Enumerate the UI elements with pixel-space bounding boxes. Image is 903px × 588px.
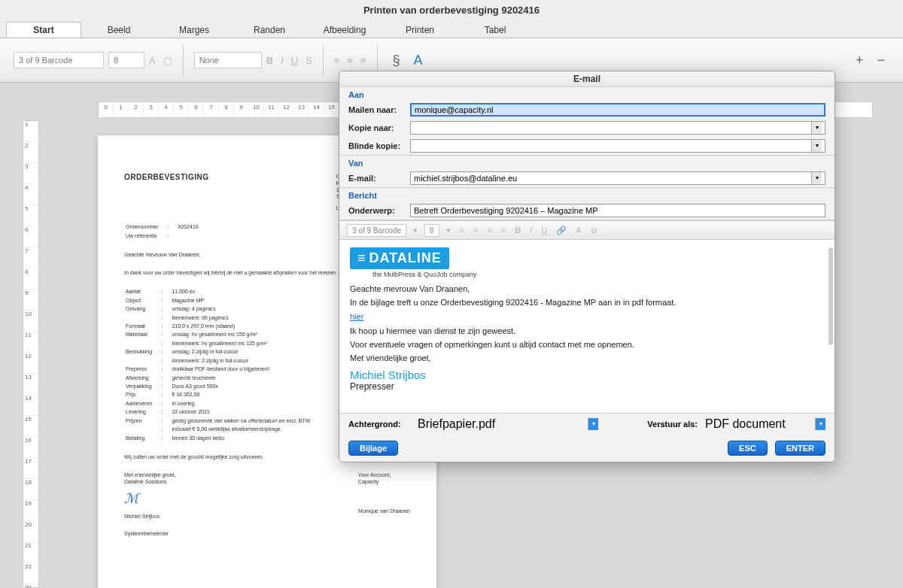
sign-greet: Met vriendelijke groet,: [124, 471, 175, 478]
body-line2: Ik hoop u hiermee van dienst te zijn gew…: [350, 326, 824, 335]
textcolor-icon[interactable]: A: [573, 226, 583, 235]
scrollbar[interactable]: [829, 247, 833, 345]
align-right-icon[interactable]: ≡: [360, 55, 366, 66]
editor-body[interactable]: DATALINE the MultiPress & QuoJob company…: [339, 240, 835, 413]
chevron-down-icon[interactable]: ▾: [588, 418, 598, 430]
tab-printen[interactable]: Printen: [382, 22, 458, 38]
email-dialog: E-mail Aan Mailen naar: Kopie naar: ▾ Bl…: [339, 71, 835, 462]
dataline-logo: DATALINE: [350, 247, 449, 269]
signer-role: Systeembeheerder: [124, 530, 175, 537]
strike-icon[interactable]: S: [306, 55, 312, 66]
background-value: Briefpapier.pdf: [418, 417, 495, 431]
background-label: Achtergrond:: [348, 420, 410, 429]
enter-button[interactable]: ENTER: [775, 441, 825, 456]
subject-input[interactable]: [410, 204, 825, 217]
dialog-title: E-mail: [339, 71, 835, 87]
ordernr-value: 9202416: [178, 223, 206, 230]
ribbon-tabs: Start Beeld Marges Randen Afbeelding Pri…: [0, 21, 903, 38]
font-dropdown[interactable]: 3 of 9 Barcode: [14, 52, 104, 68]
vertical-ruler: 1234567891011121314151617181920212223242…: [23, 120, 39, 588]
logo-tagline: the MultiPress & QuoJob company: [372, 271, 824, 278]
body-line1: In de bijlage treft u onze Orderbevestig…: [350, 298, 824, 307]
italic-icon[interactable]: I: [528, 226, 534, 235]
subject-label: Onderwerp:: [348, 206, 410, 215]
from-input[interactable]: michiel.strijbos@dataline.eu▾: [410, 171, 825, 185]
cc-input[interactable]: ▾: [410, 121, 825, 135]
chevron-down-icon[interactable]: ▾: [444, 226, 453, 235]
sendas-label: Verstuur als:: [647, 420, 698, 429]
sign-r2: Capacity: [358, 478, 410, 485]
italic-icon[interactable]: I: [281, 55, 284, 66]
to-input[interactable]: [410, 103, 825, 117]
tab-randen[interactable]: Randen: [232, 22, 307, 38]
link-icon[interactable]: 🔗: [554, 226, 569, 235]
window-title: Printen van orderbevestiging 9202416: [0, 0, 903, 21]
signature-name: Michiel Strijbos: [350, 368, 824, 381]
body-line4: Met vriendelijke groet,: [350, 353, 824, 362]
fontsize-dropdown[interactable]: 8: [108, 52, 144, 68]
tab-start[interactable]: Start: [6, 22, 81, 38]
doc-spec-table: Aantal:11.000 exObject:Magazine MPOmvang…: [124, 286, 319, 443]
clear-format-icon[interactable]: ⊘: [588, 226, 600, 235]
tab-beeld[interactable]: Beeld: [81, 22, 157, 38]
editor-toolbar: 3 of 9 Barcode ▾ 8 ▾ ≡ ≡ ≡ ≡ B I U 🔗 A ⊘: [339, 220, 835, 240]
background-dropdown[interactable]: Briefpapier.pdf▾: [418, 417, 598, 431]
ordernr-label: Ordernummer: [126, 223, 166, 230]
esc-button[interactable]: ESC: [728, 441, 768, 456]
section-to: Aan: [339, 87, 835, 101]
section-from: Van: [339, 156, 835, 169]
zoom-in-icon[interactable]: +: [856, 53, 864, 68]
attach-button[interactable]: Bijlage: [348, 441, 398, 456]
signer-r: Monique van Draanen: [358, 508, 410, 514]
from-value: michiel.strijbos@dataline.eu: [414, 174, 517, 183]
bcc-input[interactable]: ▾: [410, 139, 825, 153]
align-right-icon[interactable]: ≡: [485, 226, 494, 235]
sendas-dropdown[interactable]: PDF document▾: [705, 417, 825, 431]
bold-icon[interactable]: B: [512, 226, 523, 235]
chevron-down-icon[interactable]: ▾: [815, 418, 825, 430]
sign-r1: Voor Accoord,: [358, 471, 410, 478]
bcc-label: Blinde kopie:: [348, 141, 410, 150]
chevron-down-icon[interactable]: ▾: [411, 226, 420, 235]
ref-value: :: [168, 232, 177, 239]
fontcolor-icon[interactable]: A: [149, 55, 156, 66]
align-justify-icon[interactable]: ≡: [499, 226, 508, 235]
sendas-value: PDF document: [705, 417, 786, 431]
chevron-down-icon[interactable]: ▾: [811, 172, 822, 184]
tab-tabel[interactable]: Tabel: [458, 22, 533, 38]
chevron-down-icon[interactable]: ▾: [811, 140, 822, 152]
section-message: Bericht: [339, 188, 835, 202]
align-center-icon[interactable]: ≡: [471, 226, 480, 235]
doc-title: ORDERBEVESTIGING: [124, 173, 208, 211]
align-center-icon[interactable]: ≡: [347, 55, 353, 66]
ed-size-dropdown[interactable]: 8: [424, 224, 439, 237]
liststyle-dropdown[interactable]: None: [194, 52, 262, 68]
tab-afbeelding[interactable]: Afbeelding: [307, 22, 382, 38]
body-link[interactable]: hier: [350, 312, 363, 321]
sign-company: Dataline Solutions: [124, 478, 175, 485]
bold-icon[interactable]: B: [266, 55, 273, 66]
ed-font-dropdown[interactable]: 3 of 9 Barcode: [347, 224, 406, 237]
signer-name: Michiel Strijbos: [124, 513, 175, 520]
underline-icon[interactable]: U: [291, 55, 298, 66]
tab-marges[interactable]: Marges: [157, 22, 232, 38]
highlight-icon[interactable]: ▢: [163, 55, 172, 66]
align-left-icon[interactable]: ≡: [458, 226, 467, 235]
body-line3: Voor eventuele vragen of opmerkingen kun…: [350, 340, 824, 349]
zoom-out-icon[interactable]: −: [877, 53, 885, 68]
underline-icon[interactable]: U: [539, 226, 549, 235]
ref-label: Uw referentie: [126, 232, 166, 239]
from-label: E-mail:: [348, 174, 410, 183]
align-left-icon[interactable]: ≡: [334, 55, 340, 66]
to-label: Mailen naar:: [348, 105, 410, 114]
textstyle-icon[interactable]: A: [414, 53, 423, 68]
cc-label: Kopie naar:: [348, 123, 410, 132]
signature-role: Prepresser: [350, 381, 824, 392]
body-greeting: Geachte mevrouw Van Draanen,: [350, 284, 824, 293]
chevron-down-icon[interactable]: ▾: [811, 122, 822, 134]
paragraph-icon[interactable]: §: [393, 53, 400, 68]
